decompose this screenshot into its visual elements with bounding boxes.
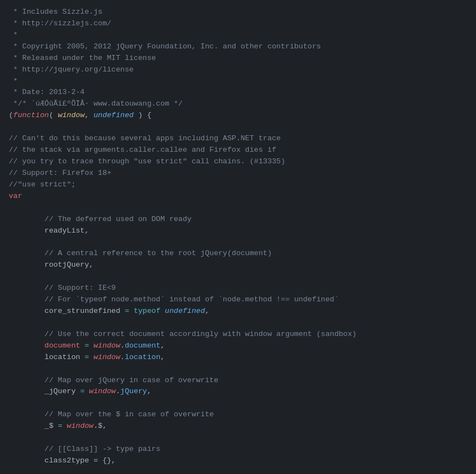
line-17: var	[9, 191, 467, 202]
line-3: *	[9, 30, 467, 41]
line-10: (function( window, undefined ) {	[9, 110, 467, 122]
line-blank-7	[9, 398, 467, 409]
line-blank-3	[9, 236, 467, 248]
line-37: _$ = window.$,	[9, 421, 467, 432]
line-1: * Includes Sizzle.js	[9, 7, 467, 18]
line-34: _jQuery = window.jQuery,	[9, 386, 467, 398]
line-19: // The deferred used on DOM ready	[9, 214, 467, 225]
line-23: rootjQuery,	[9, 260, 467, 271]
line-33: // Map over jQuery in case of overwrite	[9, 375, 467, 387]
line-blank-1	[9, 122, 467, 133]
line-30: document = window.document,	[9, 340, 467, 352]
line-4: * Copyright 2005, 2012 jQuery Foundation…	[9, 41, 467, 53]
line-14: // you try to trace through "use strict"…	[9, 156, 467, 168]
line-36: // Map over the $ in case of overwrite	[9, 409, 467, 421]
line-blank-5	[9, 317, 467, 329]
line-8: * Date: 2013-2-4	[9, 87, 467, 98]
line-31: location = window.location,	[9, 352, 467, 363]
line-16: //"use strict";	[9, 179, 467, 191]
line-13: // the stack via arguments.caller.callee…	[9, 145, 467, 156]
line-blank-8	[9, 432, 467, 444]
line-20: readyList,	[9, 225, 467, 237]
line-39: // [[Class]] -> type pairs	[9, 444, 467, 455]
line-7: *	[9, 76, 467, 87]
line-6: * http://jquery.org/license	[9, 64, 467, 76]
line-blank-2	[9, 202, 467, 214]
line-26: // For `typeof node.method` instead of `…	[9, 294, 467, 306]
line-blank-4	[9, 271, 467, 283]
line-40: class2type = {},	[9, 455, 467, 467]
line-5: * Released under the MIT license	[9, 53, 467, 64]
line-15: // Support: Firefox 18+	[9, 168, 467, 179]
line-25: // Support: IE<9	[9, 283, 467, 294]
line-27: core_strundefined = typeof undefined,	[9, 306, 467, 317]
line-12: // Can't do this because several apps in…	[9, 133, 467, 145]
code-editor: * Includes Sizzle.js * http://sizzlejs.c…	[0, 4, 476, 469]
line-9: */* ´úÆÔûÃï£ºÕÏÂ· www.datouwang.com */	[9, 98, 467, 110]
line-2: * http://sizzlejs.com/	[9, 18, 467, 30]
line-29: // Use the correct document accordingly …	[9, 329, 467, 340]
line-blank-6	[9, 363, 467, 375]
line-22: // A central reference to the root jQuer…	[9, 248, 467, 260]
